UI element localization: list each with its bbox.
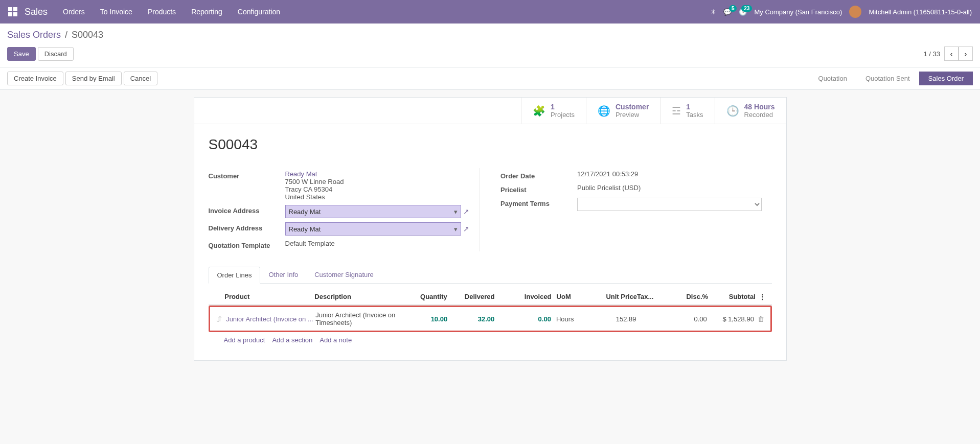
breadcrumb-root[interactable]: Sales Orders bbox=[7, 30, 61, 40]
add-product-link[interactable]: Add a product bbox=[224, 336, 265, 344]
label-quotation-template: Quotation Template bbox=[209, 240, 285, 249]
col-quantity[interactable]: Quantity bbox=[409, 293, 447, 300]
menu-reporting[interactable]: Reporting bbox=[191, 8, 222, 16]
col-uom[interactable]: UoM bbox=[552, 293, 590, 300]
status-quotation-sent[interactable]: Quotation Sent bbox=[856, 72, 919, 85]
line-uom[interactable]: Hours bbox=[551, 315, 589, 323]
kebab-icon[interactable]: ⋮ bbox=[756, 293, 770, 300]
customer-city: Tracy CA 95304 bbox=[285, 185, 333, 193]
order-date-value[interactable]: 12/17/2021 00:53:29 bbox=[577, 170, 762, 178]
pager: 1 / 33 ‹ › bbox=[923, 46, 973, 61]
payment-terms-select[interactable] bbox=[577, 198, 762, 211]
send-by-email-button[interactable]: Send by Email bbox=[65, 72, 122, 85]
globe-icon: 🌐 bbox=[598, 105, 610, 117]
customer-link[interactable]: Ready Mat bbox=[285, 170, 317, 178]
stat-buttons: 🧩 1Projects 🌐 CustomerPreview ☲ 1Tasks 🕒… bbox=[194, 98, 786, 124]
pager-text[interactable]: 1 / 33 bbox=[923, 50, 940, 58]
menu-configuration[interactable]: Configuration bbox=[238, 8, 280, 16]
menu-products[interactable]: Products bbox=[148, 8, 176, 16]
add-row-actions: Add a product Add a section Add a note bbox=[209, 332, 772, 348]
col-invoiced[interactable]: Invoiced bbox=[494, 293, 551, 300]
chevron-down-icon: ▾ bbox=[454, 208, 458, 216]
highlighted-row: ⇵ Junior Architect (Invoice on ... Junio… bbox=[209, 306, 772, 332]
drag-handle-icon[interactable]: ⇵ bbox=[212, 315, 226, 323]
col-delivered[interactable]: Delivered bbox=[447, 293, 495, 300]
debug-icon[interactable]: ✳ bbox=[711, 8, 716, 16]
discard-button[interactable]: Discard bbox=[38, 47, 74, 61]
module-title[interactable]: Sales bbox=[25, 7, 48, 17]
label-customer: Customer bbox=[209, 170, 285, 180]
form-sheet: 🧩 1Projects 🌐 CustomerPreview ☲ 1Tasks 🕒… bbox=[194, 97, 787, 361]
trash-icon[interactable]: 🗑 bbox=[754, 315, 768, 323]
tab-order-lines[interactable]: Order Lines bbox=[209, 267, 261, 284]
tabs: Order Lines Other Info Customer Signatur… bbox=[209, 267, 772, 284]
menu-to-invoice[interactable]: To Invoice bbox=[100, 8, 132, 16]
company-switcher[interactable]: My Company (San Francisco) bbox=[754, 8, 842, 16]
cancel-button[interactable]: Cancel bbox=[124, 72, 157, 85]
line-invoiced[interactable]: 0.00 bbox=[494, 315, 551, 323]
pricelist-value[interactable]: Public Pricelist (USD) bbox=[577, 184, 762, 192]
tab-customer-signature[interactable]: Customer Signature bbox=[306, 267, 382, 283]
delivery-address-input[interactable]: Ready Mat ▾ bbox=[285, 222, 462, 236]
stat-tasks[interactable]: ☲ 1Tasks bbox=[660, 98, 714, 124]
col-product[interactable]: Product bbox=[224, 293, 314, 300]
line-discount[interactable]: 0.00 bbox=[669, 315, 707, 323]
order-name: S00043 bbox=[209, 136, 772, 153]
line-quantity[interactable]: 10.00 bbox=[409, 315, 447, 323]
top-nav: Sales Orders To Invoice Products Reporti… bbox=[0, 0, 980, 24]
line-product[interactable]: Junior Architect (Invoice on ... bbox=[226, 315, 315, 323]
pager-prev[interactable]: ‹ bbox=[944, 46, 959, 61]
label-invoice-address: Invoice Address bbox=[209, 205, 285, 215]
menu-orders[interactable]: Orders bbox=[63, 8, 85, 16]
action-bar: Create Invoice Send by Email Cancel Quot… bbox=[0, 67, 980, 90]
control-panel: Sales Orders / S00043 Save Discard 1 / 3… bbox=[0, 24, 980, 67]
breadcrumb: Sales Orders / S00043 bbox=[7, 30, 973, 40]
puzzle-icon: 🧩 bbox=[533, 105, 545, 117]
status-quotation[interactable]: Quotation bbox=[809, 72, 856, 85]
user-name[interactable]: Mitchell Admin (11650811-15-0-all) bbox=[869, 8, 972, 16]
line-description[interactable]: Junior Architect (Invoice on Timesheets) bbox=[315, 311, 409, 326]
stat-hours-recorded[interactable]: 🕒 48 HoursRecorded bbox=[715, 98, 786, 124]
stat-customer-preview[interactable]: 🌐 CustomerPreview bbox=[586, 98, 660, 124]
save-button[interactable]: Save bbox=[7, 47, 36, 61]
line-subtotal: $ 1,528.90 bbox=[707, 315, 754, 323]
grid-header: Product Description Quantity Delivered I… bbox=[209, 289, 772, 306]
customer-street: 7500 W Linne Road bbox=[285, 178, 344, 185]
clock-icon: 🕒 bbox=[726, 105, 739, 117]
order-line-row[interactable]: ⇵ Junior Architect (Invoice on ... Junio… bbox=[210, 307, 770, 331]
avatar[interactable] bbox=[849, 6, 861, 18]
line-delivered[interactable]: 32.00 bbox=[447, 315, 494, 323]
status-bar: Quotation Quotation Sent Sales Order bbox=[809, 72, 973, 85]
col-description[interactable]: Description bbox=[314, 293, 409, 300]
quotation-template-value[interactable]: Default Template bbox=[285, 240, 470, 247]
activities-icon[interactable]: 🕓23 bbox=[739, 8, 747, 16]
invoice-address-input[interactable]: Ready Mat ▾ bbox=[285, 205, 462, 218]
stat-projects[interactable]: 🧩 1Projects bbox=[521, 98, 586, 124]
external-link-icon[interactable]: ↗ bbox=[463, 207, 469, 216]
breadcrumb-current: S00043 bbox=[72, 30, 103, 40]
tasks-icon: ☲ bbox=[672, 105, 681, 117]
customer-country: United States bbox=[285, 193, 325, 201]
col-discount[interactable]: Disc.% bbox=[670, 293, 708, 300]
apps-icon[interactable] bbox=[8, 7, 17, 16]
external-link-icon[interactable]: ↗ bbox=[463, 225, 469, 233]
add-note-link[interactable]: Add a note bbox=[320, 336, 352, 344]
col-unit-price[interactable]: Unit Price bbox=[589, 293, 637, 300]
create-invoice-button[interactable]: Create Invoice bbox=[7, 72, 63, 85]
label-order-date: Order Date bbox=[500, 170, 577, 180]
label-delivery-address: Delivery Address bbox=[209, 222, 285, 232]
main-menu: Orders To Invoice Products Reporting Con… bbox=[63, 8, 280, 16]
line-unit-price[interactable]: 152.89 bbox=[589, 315, 636, 323]
col-tax[interactable]: Tax... bbox=[637, 293, 670, 300]
messages-icon[interactable]: 💬5 bbox=[723, 8, 732, 16]
col-subtotal[interactable]: Subtotal bbox=[708, 293, 756, 300]
status-sales-order[interactable]: Sales Order bbox=[919, 72, 973, 85]
pager-next[interactable]: › bbox=[959, 46, 973, 61]
order-lines-grid: Product Description Quantity Delivered I… bbox=[209, 289, 772, 348]
chevron-down-icon: ▾ bbox=[454, 225, 458, 233]
add-section-link[interactable]: Add a section bbox=[272, 336, 312, 344]
label-pricelist: Pricelist bbox=[500, 184, 577, 194]
label-payment-terms: Payment Terms bbox=[500, 198, 577, 207]
tab-other-info[interactable]: Other Info bbox=[260, 267, 306, 283]
